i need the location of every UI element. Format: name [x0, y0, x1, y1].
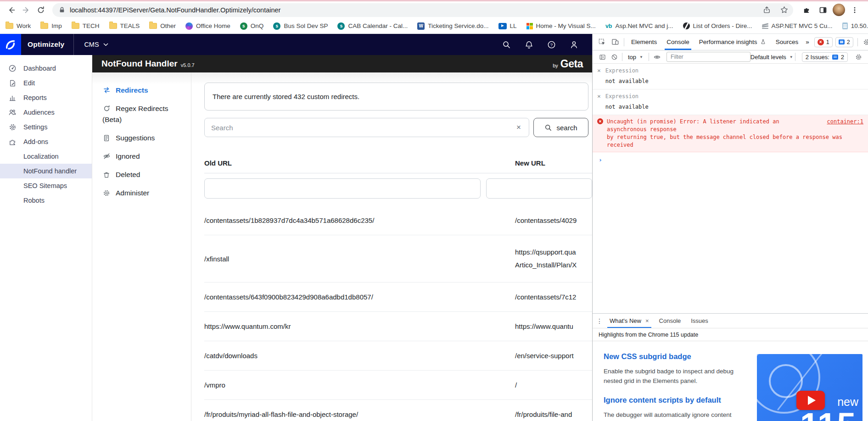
tab-sources[interactable]: Sources: [771, 34, 803, 50]
live-expression-button[interactable]: [651, 51, 663, 62]
drawer-tab-issues[interactable]: Issues: [686, 314, 713, 328]
devtools-settings-button[interactable]: [860, 36, 868, 49]
search-button[interactable]: search: [533, 118, 588, 137]
reload-button[interactable]: [34, 3, 48, 17]
console-empty-space[interactable]: [593, 167, 868, 313]
bookmark-ll[interactable]: LL: [498, 22, 517, 29]
table-row[interactable]: /contentassets/643f0900b823429d908a6adbd…: [204, 283, 592, 312]
product-switcher[interactable]: CMS: [84, 41, 108, 48]
close-tab-icon[interactable]: ×: [645, 317, 649, 324]
tab-elements[interactable]: Elements: [627, 34, 661, 50]
sidebar-item-add-ons[interactable]: Add-ons: [0, 134, 92, 149]
table-row[interactable]: /xfinstall https://qsupport.qua Artico_I…: [204, 235, 592, 283]
subnav-item-ignored[interactable]: Ignored: [102, 151, 186, 162]
url-text[interactable]: localhost:44397/EPiServer/Geta.NotFoundH…: [70, 6, 756, 14]
bookmark-folder-other[interactable]: Other: [149, 22, 176, 29]
sidebar-item-settings[interactable]: Settings: [0, 120, 92, 134]
bookmark-folder-tech[interactable]: TECH: [72, 22, 100, 29]
dismiss-message-button[interactable]: ×: [597, 67, 601, 84]
inspect-element-button[interactable]: [595, 36, 608, 49]
whats-new-video-thumbnail[interactable]: new 115: [757, 354, 862, 421]
bookmark-onq[interactable]: sOnQ: [240, 22, 264, 30]
console-filter-input[interactable]: [666, 52, 750, 62]
bookmark-ticketing[interactable]: WTicketing Service.do...: [417, 22, 488, 30]
side-panel-button[interactable]: [816, 3, 830, 17]
app-version: v5.0.7: [181, 62, 195, 68]
bookmark-label: CAB Calendar - Cal...: [348, 22, 408, 29]
share-button[interactable]: [760, 4, 773, 17]
subnav-item-regex-redirects[interactable]: Regex Redirects (Beta): [102, 103, 186, 125]
log-levels-selector[interactable]: Default levels ▼: [750, 54, 793, 61]
forward-icon: [22, 6, 30, 14]
bookmark-folder-teals[interactable]: TEALS: [109, 22, 140, 29]
new-url-filter-input[interactable]: [486, 178, 592, 199]
clear-search-button[interactable]: ×: [509, 123, 529, 132]
table-row[interactable]: /vmpro /: [204, 371, 592, 400]
sidebar-item-audiences[interactable]: Audiences: [0, 105, 92, 120]
drawer-tab-whats-new[interactable]: What's New ×: [605, 314, 654, 328]
bookmark-folder-work[interactable]: Work: [6, 22, 31, 29]
search-input[interactable]: [205, 124, 509, 132]
table-row[interactable]: /contentassets/1b828937d7dc4a34b571a6862…: [204, 206, 592, 235]
message-count-badge[interactable]: 2: [835, 37, 853, 47]
table-row[interactable]: https://www.quantum.com/kr https://www.q…: [204, 312, 592, 341]
bookmark-ip[interactable]: 10.50.36.246: [842, 22, 868, 29]
subnav-item-suggestions[interactable]: Suggestions: [102, 133, 186, 144]
bookmark-star-button[interactable]: [778, 4, 790, 17]
kebab-menu-icon: [851, 6, 858, 14]
console-message: × Expression not available: [593, 64, 868, 89]
account-icon[interactable]: [570, 40, 578, 49]
drawer-menu-button[interactable]: ⋮: [594, 317, 605, 325]
bookmark-folder-imp[interactable]: Imp: [40, 22, 62, 29]
help-icon[interactable]: ?: [547, 40, 556, 49]
tab-console[interactable]: Console: [662, 34, 694, 50]
back-button[interactable]: [5, 3, 18, 17]
extensions-button[interactable]: [800, 3, 813, 17]
folder-icon: [6, 23, 13, 29]
error-count-badge[interactable]: × 1: [814, 37, 833, 47]
more-tabs-button[interactable]: »: [803, 34, 812, 50]
bookmark-list-of-orders[interactable]: List of Orders - Dire...: [683, 22, 752, 29]
notifications-bell-icon[interactable]: [525, 40, 533, 49]
bookmark-office-home[interactable]: Office Home: [185, 22, 230, 30]
sidebar-item-robots[interactable]: Robots: [0, 193, 92, 208]
sidebar-item-seo-sitemaps[interactable]: SEO Sitemaps: [0, 178, 92, 193]
expression-value: not available: [605, 104, 649, 110]
sidebar-item-reports[interactable]: Reports: [0, 90, 92, 105]
tab-performance-insights[interactable]: Performance insights: [694, 34, 771, 50]
drawer-tab-console[interactable]: Console: [654, 314, 686, 328]
search-icon[interactable]: [502, 40, 511, 49]
console-prompt-chevron[interactable]: ›: [593, 152, 868, 167]
bookmark-home-visual[interactable]: Home - My Visual S...: [526, 22, 596, 29]
forward-button[interactable]: [19, 3, 33, 17]
context-selector[interactable]: top ▼: [624, 54, 647, 61]
article-title-link[interactable]: New CSS subgrid badge: [604, 352, 751, 361]
error-source-link[interactable]: container:1: [827, 118, 863, 133]
table-row[interactable]: /catdv/downloads /en/service-support: [204, 341, 592, 371]
sidebar-item-notfound-handler[interactable]: NotFound handler: [0, 164, 92, 178]
browser-menu-button[interactable]: [848, 3, 862, 17]
expression-label: Expression: [605, 67, 649, 74]
dismiss-message-button[interactable]: ×: [597, 93, 601, 110]
profile-avatar[interactable]: [833, 4, 845, 16]
bookmark-aspnet-mvc5[interactable]: ASP.NET MVC 5 Cu...: [762, 22, 833, 29]
optimizely-logo[interactable]: [0, 34, 21, 55]
subnav-item-deleted[interactable]: Deleted: [102, 169, 186, 180]
subnav-item-redirects[interactable]: Redirects: [102, 85, 186, 96]
clear-console-button[interactable]: [608, 51, 620, 62]
subnav-item-administer[interactable]: Administer: [102, 188, 186, 199]
device-toolbar-button[interactable]: [609, 36, 622, 49]
sidebar-item-edit[interactable]: Edit: [0, 76, 92, 90]
sidebar-item-dashboard[interactable]: Dashboard: [0, 61, 92, 76]
console-sidebar-toggle[interactable]: [596, 51, 608, 62]
sidebar-item-localization[interactable]: Localization: [0, 149, 92, 164]
bookmark-cab-calendar[interactable]: sCAB Calendar - Cal...: [337, 22, 408, 30]
bookmark-aspnet-mvc[interactable]: vbAsp.Net MVC and j...: [605, 22, 673, 29]
article-title-link[interactable]: Ignore content scripts by default: [604, 396, 751, 404]
address-bar[interactable]: localhost:44397/EPiServer/Geta.NotFoundH…: [52, 3, 793, 17]
issues-counter[interactable]: 2 Issues: 2: [802, 52, 848, 62]
table-row[interactable]: /fr/produits/myriad-all-flash-file-and-o…: [204, 400, 592, 421]
console-settings-button[interactable]: [852, 51, 864, 62]
bookmark-bus-sol-dev[interactable]: sBus Sol Dev SP: [273, 22, 328, 30]
old-url-filter-input[interactable]: [204, 178, 481, 199]
